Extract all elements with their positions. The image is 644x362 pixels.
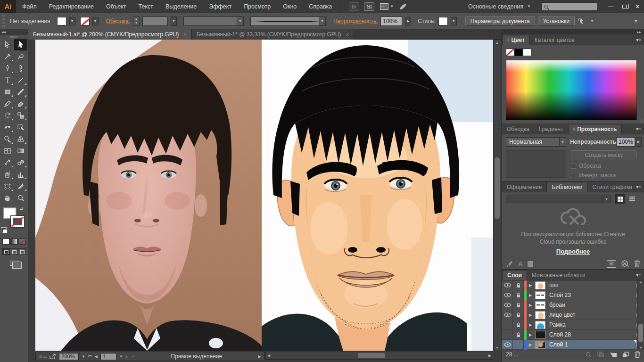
perspective-grid-tool[interactable]	[14, 133, 27, 145]
slice-tool[interactable]	[14, 180, 27, 192]
prev-artboard-icon[interactable]: ◀	[94, 354, 97, 359]
scroll-right-icon[interactable]: ▶	[488, 354, 491, 358]
magic-wand-tool[interactable]	[1, 50, 14, 62]
lock-toggle[interactable]	[513, 330, 524, 340]
stock-icon[interactable]: St	[607, 260, 616, 268]
trash-icon[interactable]	[635, 351, 640, 358]
chevron-down-icon[interactable]: ▼	[82, 354, 85, 359]
expand-arrow-icon[interactable]: ▶	[527, 333, 534, 337]
layer-row[interactable]: ▶ броаи	[502, 300, 644, 310]
collapse-tools-icon[interactable]: ◀◀	[0, 29, 28, 35]
make-mask-button[interactable]: Создать маску	[571, 150, 637, 159]
layer-row[interactable]: ▶ ппп	[502, 280, 644, 290]
status-options-icon[interactable]: ▶	[258, 354, 261, 359]
scrollbar-thumb[interactable]	[638, 324, 643, 342]
layer-name[interactable]: броаи	[545, 302, 632, 308]
gradient-button[interactable]	[10, 239, 17, 245]
layer-row[interactable]: ▶ лицо цвет	[502, 310, 644, 320]
blend-tool[interactable]	[14, 156, 27, 168]
hand-tool[interactable]	[1, 192, 14, 204]
panel-menu-icon[interactable]: ▾≡	[636, 272, 641, 278]
swap-fill-stroke-icon[interactable]: ⇄	[20, 206, 24, 211]
direct-selection-tool[interactable]	[14, 39, 27, 50]
stroke-weight-stepper[interactable]: ▲▼	[133, 16, 140, 26]
column-graph-tool[interactable]	[14, 168, 27, 180]
tools-grip[interactable]	[0, 35, 28, 39]
last-artboard-icon[interactable]: ⏭	[132, 354, 135, 359]
visibility-toggle[interactable]	[502, 320, 513, 330]
arrange-documents-icon[interactable]	[380, 3, 388, 10]
canvas-artwork[interactable]	[28, 40, 493, 351]
fill-swatch[interactable]	[57, 17, 66, 25]
stroke-weight-dropdown[interactable]: ▼	[171, 16, 177, 26]
visibility-toggle[interactable]	[502, 340, 513, 350]
layer-row[interactable]: ▶ Рамка	[502, 320, 644, 330]
menu-type[interactable]: Текст	[132, 0, 159, 13]
horizontal-scrollbar[interactable]: ◀ ▶	[265, 352, 493, 360]
menu-edit[interactable]: Редактирование	[43, 0, 100, 13]
opacity-value-field[interactable]: 100%	[616, 137, 635, 147]
tab-stroke[interactable]: Обводка	[502, 124, 534, 134]
stroke-swatch[interactable]	[80, 17, 90, 25]
eraser-tool[interactable]	[14, 98, 27, 109]
opacity-arrow[interactable]: ▶	[636, 137, 642, 147]
layers-scrollbar[interactable]: ▲ ▼	[637, 280, 644, 350]
panel-grip[interactable]	[2, 15, 5, 27]
layer-thumbnail[interactable]	[535, 281, 545, 289]
rectangle-tool[interactable]	[1, 86, 14, 98]
tab-appearance[interactable]: Оформление	[502, 182, 546, 192]
opacity-link[interactable]: Непрозрачность:	[333, 18, 378, 25]
layer-name[interactable]: лицо цвет	[545, 312, 632, 318]
layer-row-selected[interactable]: ▶ Слой 1	[502, 340, 644, 350]
expand-arrow-icon[interactable]: ▶	[527, 283, 534, 288]
add-text-style-icon[interactable]: А	[518, 260, 523, 268]
layer-thumbnail[interactable]	[535, 321, 545, 329]
swatch-none[interactable]	[506, 49, 514, 56]
expand-arrow-icon[interactable]: ▶	[527, 323, 534, 327]
paintbrush-tool[interactable]	[14, 86, 27, 98]
artboard-number-field[interactable]: 1	[100, 353, 116, 360]
menu-window[interactable]: Окно	[277, 0, 303, 13]
layer-thumbnail[interactable]	[535, 341, 545, 349]
export-icon[interactable]	[50, 354, 56, 359]
rotate-tool[interactable]	[1, 109, 14, 121]
gradient-tool[interactable]	[14, 145, 27, 156]
grid-view-button[interactable]	[615, 194, 625, 204]
close-button[interactable]: ×	[631, 0, 644, 13]
layer-thumbnail[interactable]	[535, 311, 545, 319]
layer-name[interactable]: Рамка	[545, 321, 632, 328]
panel-menu-icon[interactable]: ▾≡	[635, 18, 639, 24]
tab-gradient[interactable]: Градиент	[534, 124, 568, 134]
line-segment-tool[interactable]	[14, 74, 27, 86]
next-artboard-icon[interactable]: ▶	[126, 354, 129, 359]
add-color-icon[interactable]	[528, 261, 533, 267]
width-profile-dropdown[interactable]: ▼	[183, 16, 244, 26]
lock-toggle[interactable]	[513, 320, 524, 330]
menu-select[interactable]: Выделение	[159, 0, 203, 13]
scrollbar-thumb[interactable]	[358, 353, 385, 358]
stroke-dropdown[interactable]: ▼	[92, 17, 99, 25]
screen-mode-button[interactable]	[10, 260, 18, 266]
opacity-field[interactable]: 100%	[380, 16, 402, 26]
select-similar-icon[interactable]	[578, 17, 586, 25]
layer-row[interactable]: ▶ Слой 28	[502, 330, 644, 340]
photo-artwork[interactable]	[35, 40, 262, 351]
layer-thumbnail[interactable]	[535, 301, 545, 309]
fill-dropdown[interactable]: ▼	[69, 17, 75, 25]
expand-arrow-icon[interactable]: ▶	[527, 293, 534, 297]
pen-tool[interactable]	[1, 62, 14, 74]
layer-row[interactable]: ▶ Слой 23	[502, 290, 644, 300]
layer-name[interactable]: Слой 23	[545, 292, 632, 298]
symbol-sprayer-tool[interactable]	[1, 168, 14, 180]
tab-transparency[interactable]: ◊Прозрачность	[568, 124, 622, 134]
eyedropper-tool[interactable]	[1, 156, 14, 168]
document-tab-inactive[interactable]: Безымянный-1* @ 33,33% (CMYK/Предпросмот…	[192, 29, 354, 40]
scrollbar-thumb[interactable]	[495, 157, 500, 219]
layer-name[interactable]: ппп	[545, 282, 632, 288]
selection-tool[interactable]	[1, 39, 14, 50]
draw-normal-button[interactable]	[2, 248, 10, 255]
visibility-toggle[interactable]	[502, 290, 513, 300]
draw-behind-button[interactable]	[10, 248, 18, 255]
visibility-toggle[interactable]	[502, 300, 513, 310]
chevron-down-icon[interactable]: ▼	[590, 19, 594, 23]
